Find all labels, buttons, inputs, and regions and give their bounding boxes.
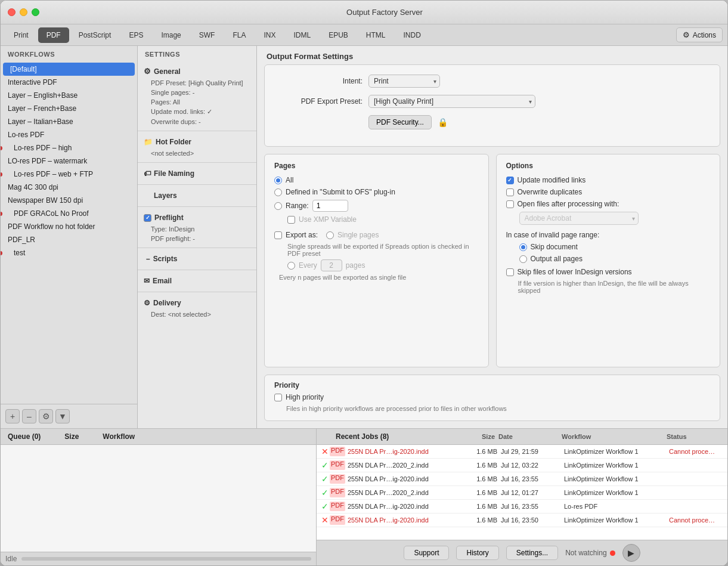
settings-general-section: ⚙ General PDF Preset: [High Quality Prin…: [138, 63, 256, 128]
settings-email-header[interactable]: ✉ Email: [138, 274, 256, 287]
check-icon: ✓: [321, 502, 329, 511]
maximize-button[interactable]: [32, 8, 39, 16]
sidebar-item-interactive-pdf[interactable]: Interactive PDF: [1, 76, 137, 89]
queue-panel: Queue (0) Size Workflow Idle: [1, 429, 317, 565]
settings-preflight-type: Type: InDesign: [138, 224, 256, 234]
pages-submit-radio[interactable]: [274, 188, 282, 196]
check-icon: ✓: [321, 474, 329, 484]
sidebar-footer: + – ⚙ ▼: [1, 404, 137, 428]
pages-all-radio[interactable]: [274, 177, 282, 184]
use-xmp-checkbox[interactable]: [287, 216, 295, 224]
pages-label: pages: [346, 261, 365, 270]
pdf-preset-select-wrapper: [High Quality Print] ▾: [368, 95, 535, 108]
tab-fla[interactable]: FLA: [224, 27, 254, 43]
intent-select[interactable]: Print: [368, 75, 440, 88]
tab-pdf[interactable]: PDF: [38, 27, 69, 43]
sidebar-item-pdf-gracol[interactable]: PDF GRACoL No Proof: [1, 207, 137, 220]
settings-scripts-header[interactable]: – Scripts: [138, 252, 256, 265]
skip-lower-checkbox[interactable]: [506, 268, 514, 276]
sidebar-item-label: test: [14, 249, 25, 257]
pdf-preset-select[interactable]: [High Quality Print]: [368, 95, 535, 108]
tab-inx[interactable]: INX: [255, 27, 284, 43]
high-priority-checkbox[interactable]: [274, 394, 282, 401]
every-radio[interactable]: [287, 262, 295, 270]
skip-doc-radio[interactable]: [519, 243, 527, 251]
sidebar-item-default[interactable]: [Default]: [3, 63, 135, 76]
sidebar-item-pdflr[interactable]: PDF_LR: [1, 233, 137, 246]
sidebar-item-layer-italian[interactable]: Layer – Italian+Base: [1, 115, 137, 128]
high-priority-note: Files in high priority workflows are pro…: [286, 405, 710, 412]
minimize-button[interactable]: [20, 8, 27, 16]
open-files-checkbox[interactable]: [506, 200, 514, 208]
pages-range-input[interactable]: 1: [312, 200, 348, 212]
table-row[interactable]: ✓ PDF 255N DLA Pr…ig-2020.indd 1.6 MB Ju…: [317, 472, 727, 486]
more-button[interactable]: ▼: [55, 409, 70, 423]
priority-section: Priority High priority Files in high pri…: [264, 375, 720, 421]
job-status-icons: ✓ PDF: [321, 474, 344, 484]
actions-button[interactable]: ⚙ Actions: [676, 27, 723, 42]
tab-swf[interactable]: SWF: [191, 27, 224, 43]
pages-all-label: All: [286, 176, 293, 184]
play-button[interactable]: ▶: [622, 544, 640, 562]
settings-single-pages: Single pages: -: [138, 88, 256, 97]
sidebar-item-lores-high[interactable]: Lo-res PDF – high: [1, 141, 137, 154]
tab-epub[interactable]: EPUB: [320, 27, 357, 43]
tab-print[interactable]: Print: [5, 27, 37, 43]
close-button[interactable]: [8, 8, 16, 16]
tab-indd[interactable]: INDD: [395, 27, 429, 43]
settings-preflight-header[interactable]: ✓ Preflight: [138, 211, 256, 224]
sidebar-item-newspaper[interactable]: Newspaper BW 150 dpi: [1, 194, 137, 207]
tab-image[interactable]: Image: [153, 27, 189, 43]
sidebar-item-lores-web[interactable]: Lo-res PDF – web + FTP: [1, 168, 137, 181]
settings-general-label: General: [154, 67, 181, 76]
sidebar-item-lores-watermark[interactable]: LO-res PDF – watermark: [1, 154, 137, 168]
job-size: 1.6 MB: [461, 462, 497, 469]
settings-gear-button[interactable]: ⚙: [39, 409, 53, 423]
queue-content: [1, 445, 316, 552]
settings-general-header[interactable]: ⚙ General: [138, 64, 256, 78]
overwrite-dups-checkbox[interactable]: [506, 188, 514, 196]
job-status: Cannot proce…: [669, 448, 723, 455]
every-input[interactable]: [321, 259, 342, 271]
history-button[interactable]: History: [456, 546, 498, 560]
export-as-checkbox[interactable]: [274, 231, 282, 239]
sidebar-item-lores-pdf[interactable]: Lo-res PDF: [1, 128, 137, 141]
settings-hotfolder-header[interactable]: 📁 Hot Folder: [138, 135, 256, 149]
single-pages-radio[interactable]: [326, 231, 334, 239]
settings-button[interactable]: Settings...: [506, 546, 558, 560]
pdf-security-button[interactable]: PDF Security...: [368, 115, 432, 129]
add-workflow-button[interactable]: +: [5, 409, 20, 423]
tab-postscript[interactable]: PostScript: [70, 27, 120, 43]
output-all-radio[interactable]: [519, 255, 527, 263]
support-button[interactable]: Support: [404, 546, 449, 560]
tab-html[interactable]: HTML: [358, 27, 394, 43]
checkbox-preflight[interactable]: ✓: [144, 214, 151, 222]
sidebar-item-pdf-workflow[interactable]: PDF Workflow no hot folder: [1, 220, 137, 233]
pdf-icon: PDF: [330, 447, 345, 456]
sidebar-item-layer-english[interactable]: Layer – English+Base: [1, 89, 137, 102]
sidebar-item-mag4c[interactable]: Mag 4C 300 dpi: [1, 181, 137, 194]
settings-update-links: Update mod. links: ✓: [138, 107, 256, 117]
pdf-icon: PDF: [330, 488, 345, 497]
table-row[interactable]: ✓ PDF 255N DLA Pr…2020_2.indd 1.6 MB Jul…: [317, 459, 727, 472]
settings-layers-header[interactable]: Layers: [138, 189, 256, 202]
folder-icon: 📁: [144, 138, 153, 146]
table-row[interactable]: ✕ PDF 255N DLA Pr…ig-2020.indd 1.6 MB Ju…: [317, 445, 727, 459]
sidebar-item-test[interactable]: test: [1, 246, 137, 259]
job-workflow: LinkOptimizer Workflow 1: [564, 475, 665, 483]
settings-filenaming-header[interactable]: 🏷 File Naming: [138, 167, 256, 180]
table-row[interactable]: ✕ PDF 255N DLA Pr…ig-2020.indd 1.6 MB Ju…: [317, 514, 727, 527]
table-row[interactable]: ✓ PDF 255N DLA Pr…ig-2020.indd 1.6 MB Ju…: [317, 500, 727, 514]
pages-range-radio[interactable]: [274, 202, 282, 210]
update-links-checkbox[interactable]: [506, 177, 514, 184]
sidebar-item-layer-french[interactable]: Layer – French+Base: [1, 102, 137, 115]
settings-delivery-header[interactable]: ⚙ Delivery: [138, 296, 256, 310]
tab-idml[interactable]: IDML: [285, 27, 319, 43]
settings-email-label: Email: [153, 277, 172, 285]
pdf-icon: PDF: [330, 460, 345, 470]
tab-eps[interactable]: EPS: [120, 27, 151, 43]
email-icon: ✉: [144, 277, 150, 285]
acrobat-select[interactable]: Adobe Acrobat: [519, 212, 639, 225]
remove-workflow-button[interactable]: –: [22, 409, 36, 423]
table-row[interactable]: ✓ PDF 255N DLA Pr…2020_2.indd 1.6 MB Jul…: [317, 486, 727, 500]
